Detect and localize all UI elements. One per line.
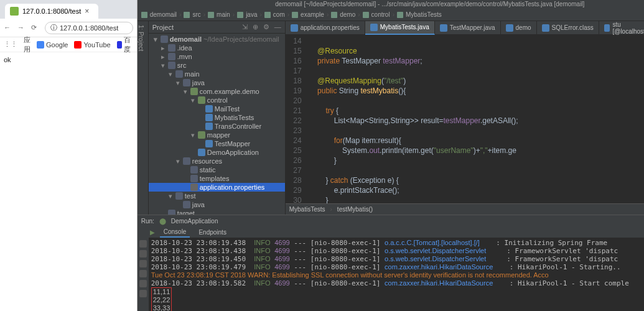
run-header: Run: ⬤ DemoApplication (138, 215, 644, 226)
editor-tab[interactable]: TestMapper.java (435, 21, 501, 35)
bookmark-item[interactable]: YouTube (74, 41, 110, 49)
run-tabs: ▶ Console Endpoints (138, 226, 644, 238)
tree-label: templates (200, 175, 230, 182)
hide-icon[interactable]: — (274, 23, 281, 31)
gutter: 14 15 16 17 18 19 20 21 22 23 24 25 26 2… (286, 35, 306, 203)
tree-label: MailTest (215, 105, 240, 113)
minimize-window-icon[interactable] (152, 1, 159, 7)
tree-item[interactable]: application.properties (149, 183, 285, 192)
tree-item[interactable]: java (149, 200, 285, 209)
editor-tab[interactable]: demo (501, 21, 537, 35)
tree-item[interactable]: ▾com.example.demo (149, 87, 285, 96)
nav-crumb[interactable]: testMybatis() (337, 206, 373, 213)
tree-item[interactable]: DemoApplication (149, 148, 285, 157)
editor-tab[interactable]: stu [@localhost] (599, 21, 644, 35)
ide-window: demomail [~/IdeaProjects/demomail] - ...… (138, 0, 644, 311)
collapse-icon[interactable]: ⇲ (242, 23, 248, 31)
pause-icon[interactable] (139, 250, 147, 258)
console-gutter (138, 238, 149, 311)
console-tab[interactable]: Console (160, 227, 190, 238)
nav-crumb[interactable]: MybatisTests (289, 206, 325, 213)
tree-label: mapper (207, 131, 230, 139)
tree-item[interactable]: TestMapper (149, 139, 285, 148)
browser-tab[interactable]: 127.0.0.1:8080/test × (5, 4, 98, 19)
bookmark-item[interactable]: 百度 (117, 35, 133, 54)
tree-label: resources (192, 157, 222, 165)
class-icon (205, 114, 213, 121)
tree-label: static (200, 166, 216, 174)
breadcrumb-item[interactable]: com (273, 11, 285, 18)
up-icon[interactable] (139, 270, 147, 277)
down-icon[interactable] (139, 260, 147, 267)
tree-label: target (177, 210, 195, 215)
editor-tab[interactable]: SQLError.class (537, 21, 599, 35)
tree-item[interactable]: ▾demomail ~/IdeaProjects/demomail (149, 35, 285, 44)
tree-item[interactable]: ▸.mvn (149, 52, 285, 61)
project-tool-button[interactable]: 1: Project (138, 21, 149, 215)
folder-icon (175, 192, 183, 200)
code-content[interactable]: @Resource private TestMapper testMapper;… (306, 35, 644, 203)
bookmark-item[interactable]: Google (37, 41, 68, 49)
console-output[interactable]: 2018-10-23 23:08:19.438 INFO 4699 --- [n… (149, 238, 644, 311)
tree-label: java (192, 79, 205, 86)
tree-label: application.properties (200, 183, 265, 191)
breadcrumb-item[interactable]: src (192, 11, 200, 18)
close-tab-icon[interactable]: × (85, 7, 89, 16)
code-editor[interactable]: 14 15 16 17 18 19 20 21 22 23 24 25 26 2… (286, 35, 644, 203)
folder-icon (168, 210, 175, 215)
expand-icon[interactable]: ⊕ (253, 23, 258, 31)
tree-item[interactable]: ▾java (149, 78, 285, 87)
run-panel: Run: ⬤ DemoApplication ▶ Console Endpoin… (138, 215, 644, 311)
tree-item[interactable]: ▾main (149, 70, 285, 78)
tree-item[interactable]: ▾control (149, 96, 285, 104)
url-input[interactable]: ⓘ 127.0.0.1:8080/test (45, 22, 133, 34)
browser-window: 127.0.0.1:8080/test × ← → ⟳ ⓘ 127.0.0.1:… (0, 0, 138, 311)
project-tree[interactable]: ▾demomail ~/IdeaProjects/demomail▸.idea▸… (149, 34, 285, 215)
bookmark-item[interactable]: 应用 (24, 35, 30, 54)
breadcrumb: demomail›src›main›java›com›example›demo›… (138, 9, 644, 21)
project-header-label[interactable]: Project (152, 24, 174, 31)
folder-icon (168, 62, 175, 69)
tree-item[interactable]: ▸.idea (149, 44, 285, 52)
breadcrumb-item[interactable]: java (246, 11, 257, 18)
stop-icon[interactable] (139, 240, 147, 248)
print-icon[interactable] (139, 290, 147, 297)
editor-tab[interactable]: MybatisTests.java (365, 21, 435, 35)
tree-item[interactable]: ▾mapper (149, 131, 285, 139)
run-config-name[interactable]: DemoApplication (171, 218, 218, 225)
tree-item[interactable]: ▾src (149, 61, 285, 70)
close-window-icon[interactable] (142, 1, 149, 7)
back-icon[interactable]: ← (4, 24, 12, 32)
browser-toolbar: ← → ⟳ ⓘ 127.0.0.1:8080/test (0, 19, 137, 37)
tree-item[interactable]: TransController (149, 122, 285, 131)
editor-area: application.propertiesMybatisTests.javaT… (286, 21, 644, 215)
settings-icon[interactable]: ⚙ (263, 23, 269, 31)
tree-item[interactable]: MailTest (149, 104, 285, 113)
project-pane: Project ⇲ ⊕ ⚙ — ▾demomail ~/IdeaProjects… (149, 21, 286, 215)
wrap-icon[interactable] (139, 280, 147, 287)
tree-item[interactable]: ▾test (149, 192, 285, 200)
tree-item[interactable]: MybatisTests (149, 113, 285, 122)
folder-icon (175, 70, 183, 78)
tree-item[interactable]: ▾resources (149, 157, 285, 165)
url-text: 127.0.0.1:8080/test (60, 24, 118, 32)
google-icon (37, 41, 44, 49)
rerun-icon[interactable]: ▶ (150, 229, 155, 236)
forward-icon[interactable]: → (17, 24, 26, 32)
editor-tab[interactable]: application.properties (286, 21, 365, 35)
reload-icon[interactable]: ⟳ (31, 24, 40, 32)
breadcrumb-item[interactable]: example (301, 11, 324, 18)
breadcrumb-item[interactable]: main (217, 11, 230, 18)
zoom-window-icon[interactable] (162, 1, 169, 7)
apps-icon[interactable]: ⋮⋮ (4, 40, 17, 49)
breadcrumb-item[interactable]: MybatisTests (406, 11, 442, 18)
breadcrumb-item[interactable]: demomail (150, 11, 177, 18)
endpoints-tab[interactable]: Endpoints (195, 228, 230, 237)
breadcrumb-item[interactable]: control (371, 11, 390, 18)
tree-item[interactable]: target (149, 209, 285, 215)
pkg-icon (190, 88, 198, 95)
tree-item[interactable]: templates (149, 174, 285, 183)
class-icon (198, 149, 205, 156)
breadcrumb-item[interactable]: demo (340, 11, 355, 18)
tree-item[interactable]: static (149, 165, 285, 174)
